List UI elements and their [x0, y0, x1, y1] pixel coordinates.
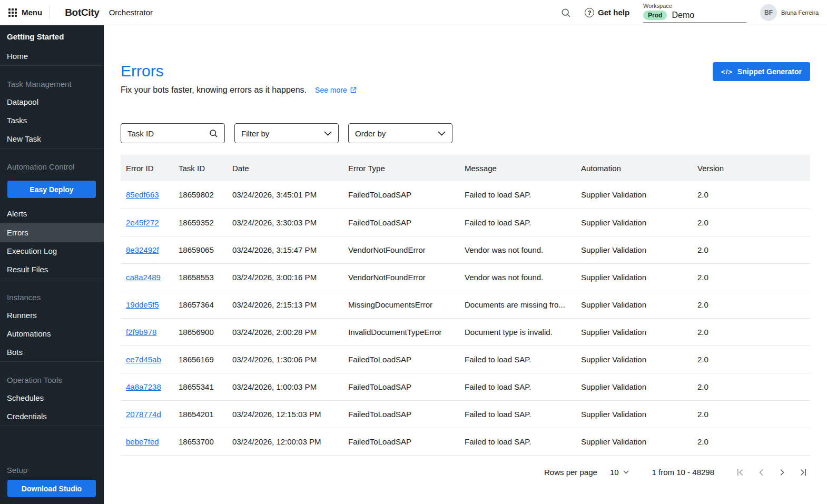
sidebar-heading-instances: Instances [0, 289, 104, 306]
rows-per-page-select[interactable]: 10 [610, 468, 629, 477]
sidebar-item-tasks[interactable]: Tasks [0, 111, 104, 130]
sidebar-item-execution-log[interactable]: Execution Log [0, 242, 104, 260]
table-header: Error ID Task ID Date Error Type Message… [121, 155, 810, 181]
task-id-cell: 18657364 [173, 291, 227, 318]
sidebar-heading-getting-started: Getting Started [0, 25, 104, 47]
sidebar-item-home[interactable]: Home [0, 47, 104, 66]
message-cell: Failed to load SAP. [459, 345, 576, 373]
search-icon [560, 7, 571, 18]
error-type-cell: FailedToLoadSAP [343, 400, 459, 428]
table-row: ee7d45ab 18656169 03/24/2026, 1:30:06 PM… [121, 345, 810, 373]
task-id-input[interactable] [127, 129, 209, 138]
task-id-cell: 18653700 [173, 428, 227, 455]
date-cell: 03/24/2026, 1:30:06 PM [227, 345, 343, 373]
product-name: Orchestrator [109, 8, 153, 17]
message-cell: Failed to load SAP. [459, 373, 576, 400]
error-type-cell: FailedToLoadSAP [343, 181, 459, 209]
error-id-link[interactable]: 4a8a7238 [126, 382, 161, 391]
message-cell: Failed to load SAP. [459, 181, 576, 209]
last-page-icon [798, 467, 809, 478]
table-row: 8e32492f 18659065 03/24/2026, 3:15:47 PM… [121, 236, 810, 263]
error-id-link[interactable]: 19dde5f5 [126, 300, 159, 309]
sidebar-item-datapool[interactable]: Datapool [0, 93, 104, 111]
date-cell: 03/24/2026, 2:00:28 PM [227, 318, 343, 345]
task-id-search-field[interactable] [121, 123, 225, 143]
external-link-icon [350, 86, 357, 94]
error-type-cell: InvalidDocumentTypeError [343, 318, 459, 345]
table-row: 2e45f272 18659352 03/24/2026, 3:30:03 PM… [121, 209, 810, 236]
date-cell: 03/24/2026, 3:30:03 PM [227, 209, 343, 236]
automation-cell: Supplier Validation [576, 291, 692, 318]
date-cell: 03/24/2026, 3:45:01 PM [227, 181, 343, 209]
chevron-right-icon [777, 467, 787, 478]
chevron-down-icon [623, 470, 629, 474]
sidebar-item-result-files[interactable]: Result Files [0, 260, 104, 279]
error-id-link[interactable]: bebe7fed [126, 437, 159, 446]
table-row: 2078774d 18654201 03/24/2026, 12:15:03 P… [121, 400, 810, 428]
automation-cell: Supplier Validation [576, 236, 692, 263]
search-icon [209, 129, 218, 138]
error-id-link[interactable]: f2f9b978 [126, 328, 156, 337]
snippet-generator-button[interactable]: </> Snippet Generator [713, 62, 810, 81]
sidebar-item-automations[interactable]: Automations [0, 324, 104, 343]
sidebar-item-credentials[interactable]: Credentials [0, 407, 104, 426]
see-more-label: See more [315, 86, 347, 94]
get-help-label: Get help [598, 8, 629, 17]
version-cell: 2.0 [692, 181, 810, 209]
date-cell: 03/24/2026, 3:15:47 PM [227, 236, 343, 263]
easy-deploy-button[interactable]: Easy Deploy [7, 181, 96, 198]
previous-page-button[interactable] [754, 466, 768, 479]
column-header-message: Message [459, 155, 576, 181]
task-id-cell: 18655341 [173, 373, 227, 400]
error-type-cell: MissingDocumentsError [343, 291, 459, 318]
sidebar: Getting Started Home Task Management Dat… [0, 25, 104, 504]
version-cell: 2.0 [692, 373, 810, 400]
error-id-link[interactable]: 8e32492f [126, 245, 159, 254]
order-by-select[interactable]: Order by [348, 123, 452, 143]
filter-by-select[interactable]: Filter by [234, 123, 339, 143]
sidebar-item-new-task[interactable]: New Task [0, 130, 104, 149]
download-studio-button[interactable]: Download Studio [7, 480, 96, 497]
sidebar-item-runners[interactable]: Runners [0, 306, 104, 324]
next-page-button[interactable] [775, 466, 789, 479]
help-icon: ? [585, 8, 594, 17]
see-more-link[interactable]: See more [315, 86, 357, 94]
rows-per-page-label: Rows per page [544, 468, 597, 477]
automation-cell: Supplier Validation [576, 373, 692, 400]
message-cell: Vendor was not found. [459, 263, 576, 291]
error-id-link[interactable]: 2078774d [126, 410, 161, 419]
date-cell: 03/24/2026, 2:15:13 PM [227, 291, 343, 318]
date-cell: 03/24/2026, 12:15:03 PM [227, 400, 343, 428]
sidebar-item-errors[interactable]: Errors [0, 223, 104, 242]
workspace-name: Demo [672, 11, 694, 20]
user-menu[interactable]: BF Bruna Ferreira [760, 4, 819, 21]
sidebar-heading-task-management: Task Management [0, 75, 104, 93]
last-page-button[interactable] [796, 466, 810, 479]
table-row: 19dde5f5 18657364 03/24/2026, 2:15:13 PM… [121, 291, 810, 318]
message-cell: Failed to load SAP. [459, 400, 576, 428]
sidebar-heading-operation-tools: Operation Tools [0, 371, 104, 389]
error-type-cell: FailedToLoadSAP [343, 373, 459, 400]
error-id-link[interactable]: 85edf663 [126, 190, 159, 199]
error-type-cell: FailedToLoadSAP [343, 209, 459, 236]
chevron-down-icon [438, 131, 446, 136]
search-button[interactable] [558, 5, 573, 20]
automation-cell: Supplier Validation [576, 209, 692, 236]
version-cell: 2.0 [692, 236, 810, 263]
sidebar-item-bots[interactable]: Bots [0, 343, 104, 362]
automation-cell: Supplier Validation [576, 318, 692, 345]
menu-label: Menu [22, 8, 42, 17]
menu-button[interactable]: Menu [8, 8, 42, 17]
error-id-link[interactable]: 2e45f272 [126, 218, 159, 227]
version-cell: 2.0 [692, 291, 810, 318]
get-help-button[interactable]: ? Get help [585, 8, 629, 17]
error-id-link[interactable]: ca8a2489 [126, 273, 161, 282]
workspace-select[interactable]: Workspace Prod Demo [643, 3, 746, 23]
sidebar-item-alerts[interactable]: Alerts [0, 204, 104, 223]
first-page-button[interactable] [733, 466, 747, 479]
sidebar-item-schedules[interactable]: Schedules [0, 389, 104, 407]
rows-per-page-value: 10 [610, 468, 619, 477]
version-cell: 2.0 [692, 400, 810, 428]
date-cell: 03/24/2026, 1:00:03 PM [227, 373, 343, 400]
error-id-link[interactable]: ee7d45ab [126, 355, 161, 364]
